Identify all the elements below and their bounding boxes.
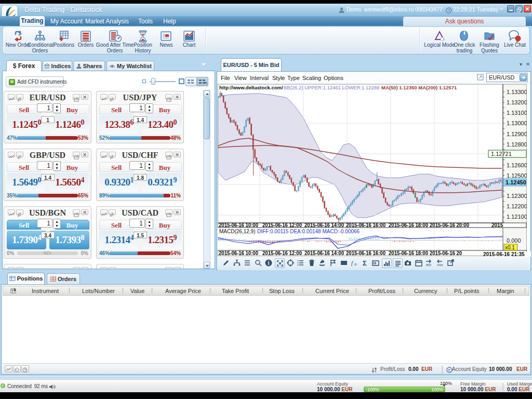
svg-text:1.12450: 1.12450 — [506, 179, 526, 185]
svg-text:o: o — [354, 262, 357, 267]
svg-text:1.12500: 1.12500 — [507, 172, 527, 179]
svg-text:2015-06-16 10:00: 2015-06-16 10:00 — [219, 250, 258, 256]
svg-text:2015-06-16 20:00: 2015-06-16 20:00 — [430, 222, 469, 228]
svg-text:2015-06-16 14:00: 2015-06-16 14:00 — [304, 250, 344, 256]
svg-text:f: f — [351, 260, 354, 266]
svg-text:2015-06-16 10:00: 2015-06-16 10:00 — [219, 222, 258, 228]
svg-text:1.13100: 1.13100 — [507, 110, 527, 116]
svg-text:1.12800: 1.12800 — [507, 141, 527, 148]
svg-text:2015-06-16 14:00: 2015-06-16 14:00 — [304, 222, 344, 228]
svg-text:1.12300: 1.12300 — [507, 193, 527, 199]
svg-text:€: € — [448, 368, 451, 373]
svg-text:1.13200: 1.13200 — [507, 99, 527, 105]
svg-text:2015-06-16 12:00: 2015-06-16 12:00 — [262, 250, 302, 256]
svg-text:1.12900: 1.12900 — [507, 131, 527, 137]
svg-text:1.12200: 1.12200 — [507, 203, 527, 209]
svg-text:2015-06-16 16:00: 2015-06-16 16:00 — [346, 222, 385, 228]
svg-text:1.13000: 1.13000 — [507, 120, 527, 126]
svg-text:1.12721: 1.12721 — [491, 151, 512, 157]
svg-text:Σ: Σ — [363, 259, 367, 267]
svg-text:2015-06-16 20: 2015-06-16 20 — [430, 250, 462, 256]
svg-text:BID: BID — [426, 263, 432, 267]
svg-text:2015-06-16 18:00: 2015-06-16 18:00 — [389, 222, 428, 228]
svg-text:MACD(26,12,9): MACD(26,12,9) — [219, 229, 255, 234]
svg-text:0.000: 0.000 — [507, 237, 521, 244]
svg-text:i: i — [268, 260, 270, 266]
svg-text:2015-06-16 12:00: 2015-06-16 12:00 — [262, 222, 302, 228]
svg-text:2015-06-16 18:00: 2015-06-16 18:00 — [389, 250, 428, 256]
svg-text:1.12600: 1.12600 — [507, 162, 527, 168]
svg-text:2015: 2015 — [491, 222, 503, 228]
svg-text:DIFF:0.00115 DEA:0.00148 MACD:: DIFF:0.00115 DEA:0.00148 MACD:-0.00066 — [257, 229, 360, 234]
svg-text:1.12100: 1.12100 — [507, 214, 527, 220]
svg-text:x0.1: x0.1 — [505, 245, 515, 250]
svg-text:ASK: ASK — [437, 263, 443, 267]
svg-text:2015-06-16 16:00: 2015-06-16 16:00 — [346, 250, 385, 256]
